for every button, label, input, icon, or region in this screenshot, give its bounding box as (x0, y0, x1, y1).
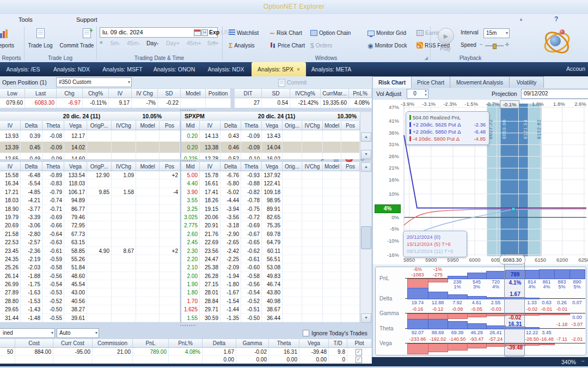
cell[interactable]: 15.58 (0, 171, 21, 179)
option-chain-button[interactable]: Option Chain (310, 29, 351, 38)
cell[interactable] (160, 263, 180, 272)
cell[interactable] (136, 263, 160, 272)
tab-volatility[interactable]: Volatility (510, 76, 544, 88)
cell[interactable]: -1.88 (21, 272, 42, 280)
option-row[interactable]: 2.6021.76-2.90-0.6769.78 (181, 230, 360, 238)
cell[interactable]: -0.62 (241, 247, 262, 255)
option-row[interactable]: 2.3023.56-2.42-0.6260.11 (181, 247, 360, 255)
cell[interactable]: 3.90 (181, 188, 200, 196)
cell[interactable] (323, 263, 341, 272)
option-row[interactable]: 31.44-1.48-0.5539.61 (0, 314, 180, 322)
collapse-ribbon-icon[interactable]: ▲ (519, 17, 523, 22)
cell[interactable]: 0.49 (21, 153, 42, 159)
scroll-up-icon[interactable]: ▲ (361, 162, 371, 172)
option-row[interactable]: 2.77520.91-3.18-0.6975.35 (181, 221, 360, 230)
cell[interactable]: 3.025 (181, 213, 200, 221)
cell[interactable] (323, 221, 341, 230)
calendar-icon[interactable] (194, 29, 201, 36)
cell[interactable] (302, 153, 323, 159)
cell[interactable] (283, 188, 302, 196)
cell[interactable]: -2.80 (21, 230, 42, 238)
cell[interactable]: 15.78 (200, 171, 220, 179)
cell[interactable]: -3.06 (21, 221, 42, 230)
cell[interactable]: 12.78 (200, 153, 220, 159)
cell[interactable] (136, 305, 160, 313)
cell[interactable] (341, 130, 360, 142)
cell[interactable] (160, 238, 180, 246)
option-row[interactable]: 0.22512.780.52-0.1016.02 (181, 153, 360, 159)
cell[interactable]: -6.48 (21, 171, 42, 179)
help-icon[interactable]: ? (554, 15, 558, 23)
cell[interactable] (283, 130, 302, 142)
cell[interactable]: 38.67 (262, 305, 283, 313)
cell[interactable]: 106.17 (64, 188, 87, 196)
option-row[interactable]: 19.79-3.39-0.6979.46 (0, 213, 180, 221)
zoom-out-icon[interactable]: − (581, 358, 585, 364)
cell[interactable] (160, 297, 180, 305)
option-row[interactable]: 16.34-5.54-0.83118.03 (0, 179, 180, 188)
tab-price-chart[interactable]: Price Chart (412, 76, 450, 88)
cell[interactable] (160, 196, 180, 204)
cell[interactable] (323, 213, 341, 221)
cell[interactable] (341, 314, 360, 322)
cell[interactable]: -0.66 (42, 221, 64, 230)
cell[interactable] (302, 221, 323, 230)
cell[interactable]: 82.65 (262, 213, 283, 221)
cell[interactable]: -0.10 (241, 153, 262, 159)
cell[interactable]: 20.69 (0, 221, 21, 230)
cell[interactable]: 13.38 (200, 142, 220, 153)
cell[interactable] (283, 238, 302, 246)
cell[interactable]: -3.18 (220, 221, 241, 230)
cell[interactable] (87, 196, 112, 204)
cell[interactable] (341, 255, 360, 263)
cell[interactable]: 12.17 (64, 130, 87, 142)
cell[interactable]: 3.55 (181, 196, 200, 204)
cell[interactable]: 122.41 (262, 179, 283, 188)
cell[interactable]: 64.79 (262, 238, 283, 246)
projection-date-input[interactable]: 09/12/202 (521, 89, 588, 99)
scroll-down-icon[interactable]: ▼ (361, 313, 371, 323)
scroll-down-icon[interactable]: ▼ (361, 150, 371, 159)
cell[interactable]: 14.13 (200, 130, 220, 142)
cell[interactable] (323, 255, 341, 263)
cell[interactable]: -2.42 (220, 247, 241, 255)
cell[interactable] (283, 272, 302, 280)
cell[interactable] (160, 305, 180, 313)
menu-support[interactable]: Support (73, 16, 101, 23)
cell[interactable] (302, 213, 323, 221)
monitor-grid-button[interactable]: Monitor Grid (367, 29, 406, 38)
cell[interactable] (160, 142, 180, 153)
cell[interactable]: 38.27 (64, 305, 87, 313)
cell[interactable]: -0.53 (42, 288, 64, 297)
cell[interactable]: 36.44 (262, 314, 283, 322)
cell[interactable] (283, 171, 302, 179)
cell[interactable] (341, 205, 360, 213)
cell[interactable] (136, 255, 160, 263)
cell[interactable]: 0.20 (181, 142, 200, 153)
cell[interactable] (341, 288, 360, 297)
cell[interactable] (112, 288, 136, 297)
cell[interactable] (136, 153, 160, 159)
cell[interactable]: 53.08 (262, 263, 283, 272)
cell[interactable]: -1.44 (220, 305, 241, 313)
option-row[interactable]: 22.53-2.57-0.6363.15 (0, 238, 180, 246)
cell[interactable]: 39.61 (64, 314, 87, 322)
cell[interactable] (283, 305, 302, 313)
cell[interactable] (323, 196, 341, 204)
cell[interactable]: -0.58 (42, 263, 64, 272)
cell[interactable]: 1.58 (112, 188, 136, 196)
cell[interactable] (302, 263, 323, 272)
cell[interactable] (302, 247, 323, 255)
cell[interactable]: +2 (160, 171, 180, 179)
cell[interactable] (87, 130, 112, 142)
cell[interactable]: 0.20 (181, 130, 200, 142)
cell[interactable] (87, 288, 112, 297)
cell[interactable]: -6.76 (220, 171, 241, 179)
cell[interactable]: 13.93 (0, 130, 21, 142)
cell[interactable]: 2.45 (181, 238, 200, 246)
cell[interactable]: -0.09 (241, 142, 262, 153)
cell[interactable] (87, 297, 112, 305)
cell[interactable]: -0.93 (241, 171, 262, 179)
tab-analysis-spx[interactable]: Analysis: SPX× (252, 62, 306, 76)
cell[interactable] (341, 230, 360, 238)
